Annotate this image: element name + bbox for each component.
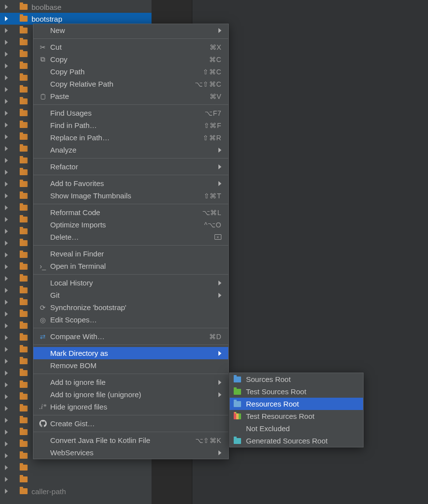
submenu-test-resources-root[interactable]: Test Resources Root	[230, 410, 363, 422]
chevron-right-icon	[5, 4, 8, 9]
menu-find-usages[interactable]: Find Usages ⌥F7	[33, 107, 228, 119]
menu-reveal-in-finder[interactable]: Reveal in Finder	[33, 248, 228, 260]
menu-create-gist[interactable]: Create Gist…	[33, 417, 228, 430]
tree-item[interactable]: caller-path	[0, 485, 152, 497]
chevron-right-icon	[5, 465, 8, 470]
shortcut: ⌥⌘L	[202, 209, 221, 217]
folder-icon	[20, 134, 28, 140]
submenu-test-sources-root[interactable]: Test Sources Root	[230, 385, 363, 398]
folder-icon	[20, 252, 28, 258]
submenu-resources-root[interactable]: Resources Root	[230, 398, 363, 410]
menu-copy-path[interactable]: Copy Path ⇧⌘C	[33, 65, 228, 78]
menu-reformat-code[interactable]: Reformat Code ⌥⌘L	[33, 206, 228, 219]
folder-teal-icon	[234, 438, 241, 444]
folder-icon	[20, 429, 28, 435]
menu-find-in-path[interactable]: Find in Path… ⇧⌘F	[33, 119, 228, 131]
folder-icon	[20, 335, 28, 341]
folder-icon	[20, 205, 28, 211]
chevron-right-icon	[218, 380, 221, 385]
folder-icon	[20, 417, 28, 423]
chevron-right-icon	[5, 75, 8, 80]
tree-item-label: bootstrap	[31, 15, 62, 23]
menu-show-image-thumbnails[interactable]: Show Image Thumbnails ⇧⌘T	[33, 189, 228, 202]
menu-add-to-ignore-file[interactable]: Add to ignore file	[33, 376, 228, 388]
chevron-right-icon	[5, 430, 8, 435]
tree-item[interactable]	[0, 462, 152, 473]
folder-icon	[20, 181, 28, 187]
folder-icon	[20, 346, 28, 352]
separator	[33, 245, 228, 246]
chevron-right-icon	[5, 418, 8, 423]
folder-icon	[20, 16, 28, 22]
folder-icon	[20, 122, 28, 128]
submenu-sources-root[interactable]: Sources Root	[230, 373, 363, 385]
chevron-right-icon	[5, 217, 8, 222]
folder-icon	[20, 146, 28, 152]
menu-local-history[interactable]: Local History	[33, 277, 228, 289]
menu-optimize-imports[interactable]: Optimize Imports ^⌥O	[33, 219, 228, 231]
menu-cut[interactable]: ✂ Cut ⌘X	[33, 41, 228, 53]
menu-add-to-favorites[interactable]: Add to Favorites	[33, 177, 228, 189]
chevron-right-icon	[5, 99, 8, 104]
menu-analyze[interactable]: Analyze	[33, 144, 228, 156]
menu-copy-relative-path[interactable]: Copy Relative Path ⌥⇧⌘C	[33, 78, 228, 90]
shortcut: ⇧⌘C	[203, 68, 221, 76]
shortcut: ⇧⌘R	[203, 134, 221, 142]
menu-edit-scopes[interactable]: ◎ Edit Scopes…	[33, 314, 228, 326]
cut-icon: ✂	[38, 43, 47, 51]
menu-remove-bom[interactable]: Remove BOM	[33, 359, 228, 372]
scope-icon: ◎	[38, 316, 47, 324]
menu-mark-directory-as[interactable]: Mark Directory as	[33, 347, 228, 359]
tree-item-selected[interactable]: bootstrap	[0, 13, 152, 25]
shortcut: ⌥⇧⌘C	[195, 80, 221, 88]
menu-convert-to-kotlin[interactable]: Convert Java File to Kotlin File ⌥⇧⌘K	[33, 434, 228, 446]
chevron-right-icon	[5, 382, 8, 387]
folder-icon	[20, 311, 28, 317]
menu-new[interactable]: New	[33, 24, 228, 36]
github-icon	[38, 420, 47, 427]
tree-item[interactable]: boolbase	[0, 1, 152, 13]
folder-icon	[20, 264, 28, 270]
folder-icon	[20, 217, 28, 222]
submenu-not-excluded[interactable]: Not Excluded	[230, 422, 363, 435]
chevron-right-icon	[5, 158, 8, 163]
chevron-right-icon	[5, 371, 8, 376]
menu-open-in-terminal[interactable]: ›_ Open in Terminal	[33, 260, 228, 272]
menu-paste[interactable]: 📋︎ Paste ⌘V	[33, 90, 228, 102]
chevron-right-icon	[5, 182, 8, 187]
menu-synchronize[interactable]: ⟳ Synchronize 'bootstrap'	[33, 301, 228, 314]
submenu-generated-sources-root[interactable]: Generated Sources Root	[230, 435, 363, 447]
shortcut: ^⌥O	[204, 221, 221, 229]
folder-icon	[20, 39, 28, 45]
separator	[33, 204, 228, 204]
folder-icon	[20, 193, 28, 199]
chevron-right-icon	[5, 347, 8, 352]
folder-icon	[20, 4, 28, 10]
folder-icon	[20, 87, 28, 93]
menu-add-to-ignore-file-unignore[interactable]: Add to ignore file (unignore)	[33, 388, 228, 401]
menu-copy[interactable]: ⧉ Copy ⌘C	[33, 53, 228, 65]
tree-item[interactable]	[0, 473, 152, 485]
menu-replace-in-path[interactable]: Replace in Path… ⇧⌘R	[33, 131, 228, 144]
chevron-right-icon	[5, 394, 8, 399]
folder-icon	[20, 488, 28, 494]
compare-icon: ⇄	[38, 333, 47, 341]
shortcut: ⌥⇧⌘K	[195, 437, 221, 444]
shortcut: ⌘D	[209, 333, 221, 341]
chevron-right-icon	[5, 63, 8, 68]
shortcut: ⌥F7	[205, 109, 221, 117]
chevron-right-icon	[218, 148, 221, 153]
menu-webservices[interactable]: WebServices	[33, 446, 228, 459]
delete-icon: ×	[214, 234, 221, 240]
menu-compare-with[interactable]: ⇄ Compare With… ⌘D	[33, 330, 228, 343]
folder-icon	[20, 28, 28, 33]
folder-icon	[20, 358, 28, 364]
menu-hide-ignored-files[interactable]: .i* Hide ignored files	[33, 401, 228, 413]
separator	[33, 38, 228, 39]
menu-git[interactable]: Git	[33, 289, 228, 301]
menu-refactor[interactable]: Refactor	[33, 160, 228, 173]
menu-delete[interactable]: Delete… ×	[33, 231, 228, 243]
folder-icon	[20, 169, 28, 175]
separator	[33, 274, 228, 275]
chevron-right-icon	[218, 181, 221, 186]
